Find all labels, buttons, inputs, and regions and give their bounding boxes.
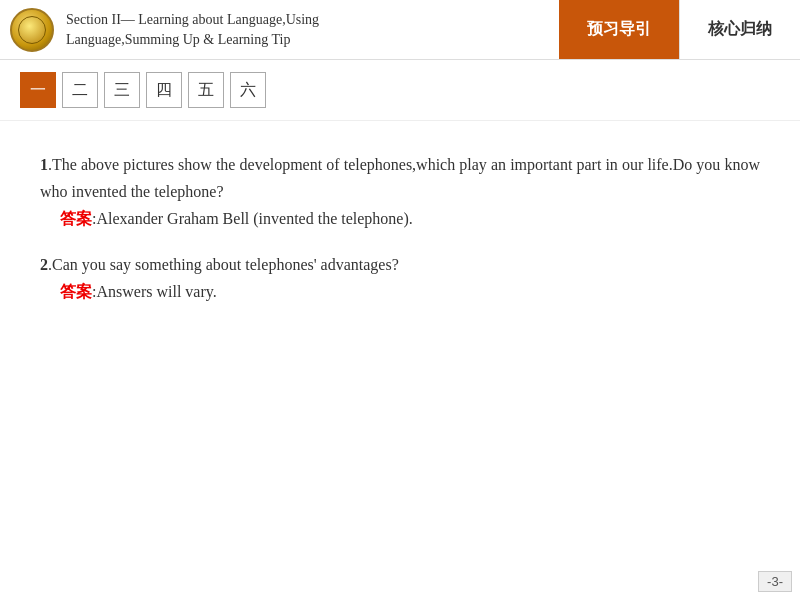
nav-summary-button[interactable]: 核心归纳 (679, 0, 800, 59)
logo-area: Section II— Learning about Language,Usin… (0, 0, 559, 59)
question-2-number: 2 (40, 256, 48, 273)
question-1-text: 1.The above pictures show the developmen… (40, 151, 760, 205)
tab-6[interactable]: 六 (230, 72, 266, 108)
tab-2[interactable]: 二 (62, 72, 98, 108)
question-1-body: .The above pictures show the development… (40, 156, 760, 200)
answer-2-label: 答案 (60, 283, 92, 300)
question-1-answer: 答案:Alexander Graham Bell (invented the t… (60, 205, 760, 232)
header-title: Section II— Learning about Language,Usin… (66, 10, 319, 49)
header: Section II— Learning about Language,Usin… (0, 0, 800, 60)
answer-1-label: 答案 (60, 210, 92, 227)
question-2-answer: 答案:Answers will vary. (60, 278, 760, 305)
answer-2-text: :Answers will vary. (92, 283, 217, 300)
question-2-body: .Can you say something about telephones'… (48, 256, 399, 273)
page-number: -3- (758, 571, 792, 592)
question-2-block: 2.Can you say something about telephones… (40, 251, 760, 305)
question-1-block: 1.The above pictures show the developmen… (40, 151, 760, 233)
tab-5[interactable]: 五 (188, 72, 224, 108)
header-nav: 预习导引 核心归纳 (559, 0, 800, 59)
answer-1-text: :Alexander Graham Bell (invented the tel… (92, 210, 413, 227)
logo-icon (10, 8, 54, 52)
tab-3[interactable]: 三 (104, 72, 140, 108)
tab-row: 一 二 三 四 五 六 (0, 60, 800, 121)
logo-inner-circle (18, 16, 46, 44)
tab-4[interactable]: 四 (146, 72, 182, 108)
tab-1[interactable]: 一 (20, 72, 56, 108)
nav-preview-button[interactable]: 预习导引 (559, 0, 679, 59)
question-2-text: 2.Can you say something about telephones… (40, 251, 760, 278)
main-content: 1.The above pictures show the developmen… (0, 121, 800, 343)
question-1-number: 1 (40, 156, 48, 173)
